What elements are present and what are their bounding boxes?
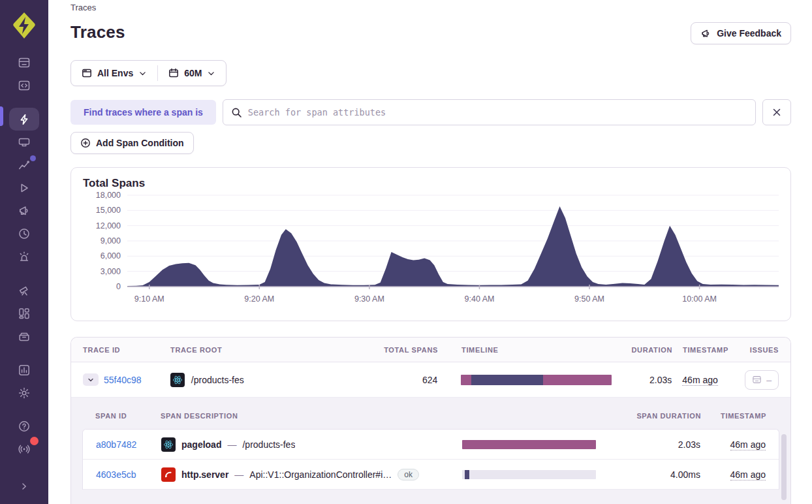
sidebar-item-traces[interactable] [9,108,39,131]
megaphone-icon [700,28,711,39]
projector-icon [18,136,31,149]
sidebar [0,0,48,504]
col-span-id: Span ID [95,412,161,420]
sidebar-item-archive[interactable] [9,324,39,347]
code-folder-icon [18,79,31,92]
ruby-icon [161,467,176,482]
trace-issues-button[interactable]: – [745,370,779,390]
traces-table: Trace ID Trace Root Total Spans Timeline… [70,337,791,504]
col-trace-id: Trace ID [83,346,170,354]
span-table-header: Span ID Span Description Span Duration T… [82,403,779,429]
breadcrumb[interactable]: Traces [70,3,791,14]
span-table-scrollbar[interactable] [781,434,787,500]
status-badge: ok [398,469,419,480]
window-icon [82,68,92,78]
collapse-trace-button[interactable] [83,373,99,386]
trace-root-name: /products-fes [191,375,244,385]
total-spans-chart: 03,0006,0009,00012,00015,00018,0009:10 A… [83,191,780,313]
span-timestamp[interactable]: 46m ago [730,469,766,480]
col-timeline: Timeline [438,346,612,354]
span-id-link[interactable]: 4603e5cb [96,469,136,480]
trace-timeline-bar [461,375,612,385]
span-op: http.server [181,469,228,480]
span-duration-bar [462,470,596,479]
sidebar-item-replays[interactable] [9,176,39,199]
lightning-icon [18,113,31,126]
span-timestamp[interactable]: 46m ago [730,439,766,450]
svg-text:15,000: 15,000 [96,206,121,215]
insights-chart-icon [18,159,31,172]
svg-text:12,000: 12,000 [96,221,121,230]
search-input[interactable] [248,107,747,118]
svg-text:9:30 AM: 9:30 AM [354,294,384,304]
help-icon [18,420,31,433]
chevron-down-icon [87,376,95,384]
sidebar-item-feedback[interactable] [9,199,39,222]
span-row: a80b7482 pageload — /products-fes 2.03s … [83,430,779,460]
megaphone-icon [18,204,31,217]
col-issues: Issues [745,346,779,354]
issues-icon [18,56,31,69]
sidebar-item-alerts[interactable] [9,245,39,268]
trace-duration: 2.03s [612,375,672,385]
sidebar-item-explore[interactable] [9,74,39,97]
trace-id-link[interactable]: 55f40c98 [104,375,142,385]
search-box [223,99,756,125]
chevron-down-icon [138,69,147,78]
sentry-logo[interactable] [10,10,39,40]
gear-icon [18,386,31,400]
svg-text:9:10 AM: 9:10 AM [134,294,164,304]
traces-table-header: Trace ID Trace Root Total Spans Timeline… [71,338,790,362]
span-row: 4603e5cb http.server — Api::V1::Organiza… [83,460,779,490]
sidebar-collapse-button[interactable] [9,475,39,497]
svg-text:10:00 AM: 10:00 AM [682,294,717,304]
svg-text:9:50 AM: 9:50 AM [574,294,604,304]
environment-filter[interactable]: All Envs [71,61,157,86]
layout-icon [18,307,31,320]
svg-text:9:20 AM: 9:20 AM [244,294,274,304]
broadcast-notification-dot [30,437,39,445]
span-id-link[interactable]: a80b7482 [96,439,136,450]
span-duration: 4.00ms [609,469,700,480]
issues-icon [752,375,762,385]
sidebar-item-settings[interactable] [9,381,39,404]
main-content: Traces Traces Give Feedback All Envs 60M [48,0,812,504]
clock-icon [18,227,31,240]
give-feedback-button[interactable]: Give Feedback [691,22,791,44]
time-range-filter[interactable]: 60M [158,61,226,86]
sidebar-item-help[interactable] [9,415,39,437]
chevron-down-icon [207,69,215,78]
span-description: /products-fes [242,439,295,450]
svg-text:6,000: 6,000 [101,251,121,260]
col-trace-root: Trace Root [170,346,366,354]
sidebar-item-broadcasts[interactable] [9,437,39,460]
close-icon [771,106,783,118]
react-icon [170,373,185,387]
sidebar-item-issues[interactable] [9,51,39,74]
span-duration: 2.03s [609,439,700,450]
svg-text:0: 0 [116,282,121,291]
telescope-icon [18,284,31,297]
add-span-condition-button[interactable]: Add Span Condition [70,132,194,154]
sidebar-item-projects[interactable] [9,131,39,153]
sidebar-item-history[interactable] [9,222,39,245]
svg-text:9:40 AM: 9:40 AM [465,294,495,304]
sidebar-item-discover[interactable] [9,279,39,302]
sidebar-item-stats[interactable] [9,358,39,381]
sidebar-bottom [9,415,39,504]
trace-row: 55f40c98 /products-fes 624 2.03s 46m ago [71,362,790,398]
insights-notification-dot [30,155,36,161]
app-window: Traces Traces Give Feedback All Envs 60M [0,0,812,504]
span-description: Api::V1::OrganizationController#i… [249,469,392,480]
broadcast-icon [18,443,31,456]
trace-timestamp[interactable]: 46m ago [682,375,717,386]
archive-icon [18,330,31,343]
clear-search-button[interactable] [762,99,791,125]
sidebar-item-insights[interactable] [9,153,39,176]
span-op: pageload [181,439,221,450]
sidebar-item-dashboards[interactable] [9,302,39,324]
plus-circle-icon [80,138,91,148]
play-icon [18,181,31,195]
sidebar-nav [0,51,48,404]
calendar-icon [168,68,179,78]
